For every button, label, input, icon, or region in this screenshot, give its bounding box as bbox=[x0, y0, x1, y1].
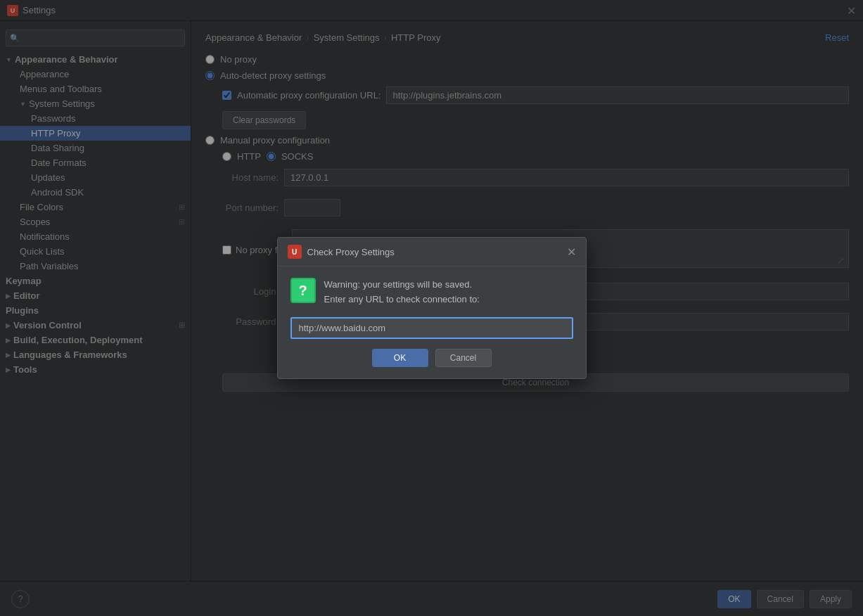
dialog-ok-button[interactable]: OK bbox=[372, 349, 428, 367]
dialog-overlay: U Check Proxy Settings ✕ ? Warning: your… bbox=[0, 0, 863, 616]
dialog-cancel-button[interactable]: Cancel bbox=[435, 349, 492, 367]
dialog-warning-text: Warning: your settings will be saved. En… bbox=[324, 278, 480, 307]
dialog-url-input[interactable] bbox=[290, 317, 573, 339]
dialog-buttons: OK Cancel bbox=[290, 349, 573, 367]
warning-icon: ? bbox=[290, 278, 316, 303]
dialog-title-bar: U Check Proxy Settings ✕ bbox=[278, 238, 586, 267]
dialog-close-button[interactable]: ✕ bbox=[567, 245, 576, 259]
check-proxy-dialog: U Check Proxy Settings ✕ ? Warning: your… bbox=[277, 237, 587, 379]
dialog-warning-row: ? Warning: your settings will be saved. … bbox=[290, 278, 573, 307]
dialog-body: ? Warning: your settings will be saved. … bbox=[278, 267, 586, 378]
dialog-title: Check Proxy Settings bbox=[307, 247, 561, 257]
dialog-logo: U bbox=[288, 245, 302, 259]
